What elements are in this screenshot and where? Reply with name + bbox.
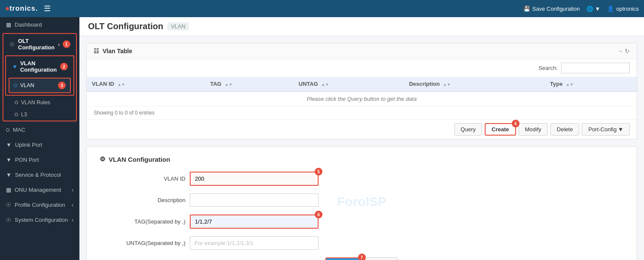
onu-icon: ▩: [6, 187, 11, 193]
vlan-circle-icon: [14, 84, 17, 87]
system-chevron-icon: ‹: [72, 217, 73, 223]
sort-arrows-vlan-id[interactable]: ▲▼: [118, 82, 125, 87]
page-title: OLT Configuration: [88, 21, 163, 31]
sort-arrows-description[interactable]: ▲▼: [443, 82, 451, 87]
vlan-sub-box: VLAN 3: [9, 78, 71, 93]
sort-arrows-type[interactable]: ▲▼: [566, 82, 574, 87]
sidebar-item-vlan-rules[interactable]: VLAN Rules: [3, 97, 76, 109]
vlan-rules-icon: [15, 101, 18, 104]
tag-input-wrapper: 6: [190, 215, 319, 229]
cancel-button[interactable]: Cancel: [366, 257, 398, 260]
logo: ● tronics.: [5, 4, 38, 13]
profile-chevron-icon: ‹: [72, 202, 73, 208]
language-button[interactable]: 🌐 ▼: [586, 6, 600, 12]
col-type: Type ▲▼: [545, 77, 637, 91]
sort-arrows-untag[interactable]: ▲▼: [321, 82, 329, 87]
form-row-tag: TAG(Separated by ,) 6: [100, 215, 624, 229]
navbar: ● tronics. ☰ 💾 Save Configuration 🌐 ▼ 👤 …: [0, 0, 644, 17]
table-icon: ☷: [94, 48, 99, 54]
untag-label: UNTAG(Separated by ,): [100, 240, 185, 246]
service-chevron-icon: ▼: [6, 172, 12, 178]
table-footer: Showing 0 to 0 of 0 entries: [87, 106, 637, 119]
navbar-right: 💾 Save Configuration 🌐 ▼ 👤 optronics: [523, 6, 639, 12]
submit-button-wrapper: Submit 7: [325, 257, 361, 260]
badge-2-container: 2: [60, 63, 68, 70]
sidebar-item-service-protocol[interactable]: ▼ Service & Protocol: [0, 167, 79, 182]
description-input[interactable]: [190, 193, 319, 207]
vlan-id-input-wrapper: 5: [190, 172, 319, 186]
badge-3-container: 3: [58, 82, 66, 89]
dashboard-icon: ▩: [6, 21, 11, 28]
create-button-wrapper: Create 4: [485, 123, 516, 136]
uplink-chevron-icon: ▼: [6, 142, 12, 148]
olt-config-section: ☉ OLT Configuration ‹ 1 ▼ VLAN Configura…: [3, 33, 77, 121]
sidebar-item-pon-port[interactable]: ▼ PON Port: [0, 152, 79, 167]
untag-input[interactable]: [190, 236, 319, 250]
table-header-row: VLAN ID ▲▼ TAG ▲▼ UNTAG ▲▼ Description ▲…: [87, 77, 637, 91]
hamburger-icon[interactable]: ☰: [44, 4, 51, 13]
sort-arrows-tag[interactable]: ▲▼: [225, 82, 233, 87]
query-button[interactable]: Query: [454, 123, 482, 136]
vlan-config-icon: ▼: [12, 63, 18, 70]
refresh-button[interactable]: ↻: [625, 48, 630, 54]
minimize-button[interactable]: −: [619, 48, 622, 54]
form-section-title: ⚙ VLAN Configuration: [100, 155, 624, 163]
vlan-config-box: ▼ VLAN Configuration 2 VLAN 3: [5, 55, 74, 96]
badge-1: 1: [63, 40, 70, 48]
search-input[interactable]: [561, 63, 630, 73]
user-menu-button[interactable]: 👤 optronics: [607, 6, 639, 12]
sidebar-item-olt-config[interactable]: ☉ OLT Configuration ‹ 1: [3, 34, 76, 54]
form-actions: Submit 7 Cancel: [100, 257, 624, 260]
breadcrumb: VLAN: [167, 22, 189, 30]
badge-3: 3: [58, 82, 66, 89]
main-layout: ▩ Dashboard ☉ OLT Configuration ‹ 1: [0, 17, 644, 260]
vlan-id-input[interactable]: [190, 172, 319, 186]
submit-button[interactable]: Submit: [325, 257, 361, 260]
vlan-table-wrapper: VLAN ID ▲▼ TAG ▲▼ UNTAG ▲▼ Description ▲…: [87, 77, 637, 106]
chevron-left-icon: ‹: [58, 41, 60, 48]
col-untag: UNTAG ▲▼: [294, 77, 404, 91]
vlan-table-title: ☷ Vlan Table: [94, 48, 132, 54]
sidebar-item-onu-mgmt[interactable]: ▩ ONU Management ‹: [0, 182, 79, 197]
tag-label: TAG(Separated by ,): [100, 218, 185, 225]
sidebar-item-vlan-config[interactable]: ▼ VLAN Configuration 2: [6, 56, 73, 77]
card-header-actions: − ↻: [619, 48, 630, 54]
badge-1-container: 1: [63, 40, 70, 48]
form-row-description: Description: [100, 193, 624, 207]
user-icon: 👤: [607, 6, 614, 12]
sidebar-item-system-config[interactable]: ☉ System Configuration ‹: [0, 212, 79, 227]
port-config-button[interactable]: Port-Config ▼: [582, 123, 630, 136]
col-description: Description ▲▼: [404, 77, 545, 91]
badge-6: 6: [315, 211, 322, 218]
save-config-button[interactable]: 💾 Save Configuration: [523, 6, 580, 12]
form-row-vlan-id: VLAN ID 5: [100, 172, 624, 186]
navbar-left: ● tronics. ☰: [5, 4, 51, 13]
content-body: ☷ Vlan Table − ↻ Search:: [79, 36, 644, 260]
sidebar-item-mac[interactable]: MAC: [0, 122, 79, 137]
description-label: Description: [100, 197, 185, 203]
vlan-config-card: ForoISP ⚙ VLAN Configuration VLAN ID 5: [86, 146, 637, 260]
col-vlan-id: VLAN ID ▲▼: [87, 77, 205, 91]
sidebar-item-l3[interactable]: L3: [3, 109, 76, 121]
modify-button[interactable]: Modify: [519, 123, 548, 136]
logo-icon: ●: [5, 4, 9, 13]
tag-input[interactable]: [190, 215, 319, 229]
sidebar-item-profile-config[interactable]: ☉ Profile Configuration ‹: [0, 197, 79, 212]
search-label: Search:: [538, 65, 558, 71]
sidebar: ▩ Dashboard ☉ OLT Configuration ‹ 1: [0, 17, 79, 260]
create-button[interactable]: Create: [485, 123, 516, 136]
vlan-table-card: ☷ Vlan Table − ↻ Search:: [86, 43, 637, 139]
sidebar-item-uplink-port[interactable]: ▼ Uplink Port: [0, 137, 79, 152]
badge-2: 2: [60, 63, 68, 70]
sidebar-item-vlan[interactable]: VLAN 3: [9, 79, 70, 92]
globe-icon: 🌐: [586, 6, 593, 12]
sidebar-item-dashboard[interactable]: ▩ Dashboard: [0, 17, 79, 32]
badge-5: 5: [315, 168, 322, 175]
badge-4: 4: [512, 120, 519, 127]
olt-config-icon: ☉: [9, 41, 15, 48]
dropdown-arrow-icon: ▼: [618, 126, 623, 133]
action-bar: Query Create 4 Modify Delete Port-Config…: [87, 119, 637, 139]
delete-button[interactable]: Delete: [550, 123, 580, 136]
empty-message: Please click the Query button to get the…: [87, 91, 637, 106]
onu-chevron-icon: ‹: [72, 187, 73, 193]
